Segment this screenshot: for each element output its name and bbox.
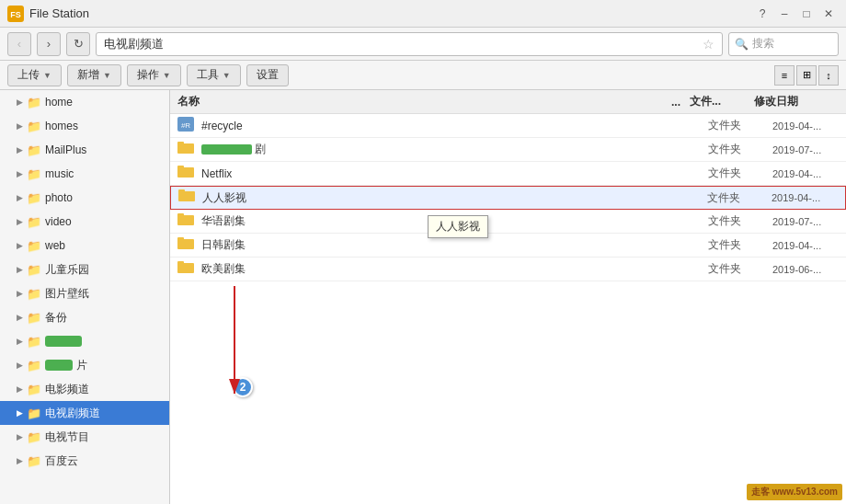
sidebar-item-movie-channel[interactable]: ▶ 📁 电影频道 [0, 377, 169, 401]
sidebar-item-tv-program[interactable]: ▶ 📁 电视节目 [0, 425, 169, 449]
svg-rect-7 [177, 166, 184, 169]
redacted-label [45, 336, 82, 347]
sidebar-item-web[interactable]: ▶ 📁 web [0, 234, 169, 258]
expand-arrow-icon: ▶ [17, 169, 23, 178]
expand-arrow-icon: ▶ [17, 432, 23, 441]
address-text: 电视剧频道 [104, 36, 164, 52]
sidebar-item-label: 百度云 [45, 453, 78, 469]
expand-arrow-icon: ▶ [17, 313, 23, 322]
expand-arrow-icon: ▶ [17, 456, 23, 465]
actionbar: 上传 ▼ 新增 ▼ 操作 ▼ 工具 ▼ 设置 ≡ ⊞ ↕ [0, 61, 846, 90]
svg-text:#R: #R [181, 121, 190, 130]
new-button[interactable]: 新增 ▼ [67, 64, 121, 86]
svg-rect-5 [177, 142, 184, 145]
sidebar-item-label: 备份 [45, 310, 67, 326]
new-label: 新增 [77, 67, 99, 83]
folder-icon [177, 165, 196, 183]
upload-button[interactable]: 上传 ▼ [7, 64, 62, 86]
recycle-icon: #R [177, 117, 196, 135]
sort-button[interactable]: ↕ [818, 65, 839, 86]
refresh-button[interactable]: ↻ [66, 32, 90, 56]
folder-icon: 📁 [27, 143, 41, 157]
list-view-button[interactable]: ≡ [774, 65, 795, 86]
folder-icon: 📁 [27, 454, 41, 468]
maximize-button[interactable]: □ [796, 4, 817, 24]
svg-rect-11 [177, 213, 184, 217]
expand-arrow-icon: ▶ [17, 265, 23, 274]
file-date: 2019-04-... [772, 192, 845, 203]
file-type: 文件夹 [708, 118, 772, 133]
folder-icon [178, 189, 197, 207]
file-name: #recycle [201, 120, 680, 132]
file-row-oumei[interactable]: 欧美剧集 文件夹 2019-06-... [170, 258, 846, 281]
file-row-huayu[interactable]: 华语剧集 文件夹 2019-07-... [170, 210, 846, 234]
sidebar-item-redacted2[interactable]: ▶ 📁 片 [0, 353, 169, 377]
watermark-text: 走客 www.5v13.com [751, 487, 838, 497]
file-row-netflix[interactable]: Netflix 文件夹 2019-04-... [170, 162, 846, 186]
file-row-redacted[interactable]: 剧 文件夹 2019-07-... [170, 138, 846, 162]
titlebar-controls: ? – □ ✕ [752, 4, 839, 24]
file-type: 文件夹 [707, 190, 772, 206]
grid-view-button[interactable]: ⊞ [796, 65, 817, 86]
help-button[interactable]: ? [752, 4, 772, 24]
sidebar-item-baidu[interactable]: ▶ 📁 百度云 [0, 449, 169, 473]
sidebar-item-video[interactable]: ▶ 📁 video [0, 210, 169, 234]
expand-arrow-icon: ▶ [17, 121, 23, 131]
forward-button[interactable]: › [37, 32, 61, 56]
tools-arrow-icon: ▼ [223, 71, 231, 80]
address-bar[interactable]: 电视剧频道 ☆ [96, 32, 723, 56]
sidebar-item-label: home [45, 96, 73, 109]
folder-icon: 📁 [27, 383, 41, 396]
sidebar-item-label: web [45, 239, 65, 252]
folder-icon [177, 260, 196, 279]
file-date: 2019-04-... [772, 168, 846, 179]
close-button[interactable]: ✕ [818, 4, 839, 24]
view-controls: ≡ ⊞ ↕ [774, 65, 839, 86]
search-icon: 🔍 [735, 38, 749, 51]
expand-arrow-icon: ▶ [17, 361, 23, 370]
sidebar-item-backup[interactable]: ▶ 📁 备份 [0, 305, 169, 329]
operations-label: 操作 [137, 67, 159, 83]
file-date: 2019-07-... [772, 216, 846, 227]
sidebar-item-redacted1[interactable]: ▶ 📁 [0, 329, 169, 353]
sidebar-item-label: 电视剧频道 [45, 406, 100, 421]
sidebar-item-home[interactable]: ▶ 📁 home [0, 90, 169, 114]
sidebar-item-label: 儿童乐园 [45, 262, 89, 278]
sidebar-item-kids[interactable]: ▶ 📁 儿童乐园 [0, 258, 169, 281]
sidebar-item-label: homes [45, 120, 78, 132]
file-date: 2019-06-... [772, 264, 846, 275]
sidebar-item-homes[interactable]: ▶ 📁 homes [0, 114, 169, 138]
tools-button[interactable]: 工具 ▼ [187, 64, 241, 86]
file-name: Netflix [201, 167, 680, 180]
file-type: 文件夹 [708, 213, 772, 229]
sidebar-item-music[interactable]: ▶ 📁 music [0, 162, 169, 186]
folder-icon [177, 141, 196, 159]
sidebar-item-wallpaper[interactable]: ▶ 📁 图片壁纸 [0, 281, 169, 305]
settings-button[interactable]: 设置 [246, 64, 289, 86]
favorite-star-icon[interactable]: ☆ [703, 37, 715, 52]
app-icon: FS [7, 6, 24, 22]
folder-icon: 📁 [27, 167, 41, 181]
file-name: 日韩剧集 [201, 237, 680, 253]
file-date: 2019-04-... [772, 240, 846, 251]
sidebar-item-photo[interactable]: ▶ 📁 photo [0, 186, 169, 210]
file-date: 2019-04-... [772, 120, 846, 132]
search-box[interactable]: 🔍 搜索 [728, 32, 839, 56]
upload-label: 上传 [17, 67, 40, 83]
expand-arrow-icon: ▶ [17, 97, 23, 107]
col-date-header: 修改日期 [754, 94, 828, 109]
sidebar-item-tv-series[interactable]: ▶ 📁 电视剧频道 [0, 401, 169, 425]
operations-button[interactable]: 操作 ▼ [127, 64, 181, 86]
upload-arrow-icon: ▼ [43, 71, 51, 80]
svg-rect-15 [177, 261, 184, 265]
file-row-renren[interactable]: 人人影视 文件夹 2019-04-... [170, 186, 846, 210]
file-row-rihan[interactable]: 日韩剧集 文件夹 2019-04-... [170, 234, 846, 258]
folder-icon: 📁 [27, 96, 41, 109]
sidebar-item-mailplus[interactable]: ▶ 📁 MailPlus [0, 138, 169, 162]
folder-icon: 📁 [27, 191, 41, 205]
toolbar: ‹ › ↻ 电视剧频道 ☆ 🔍 搜索 [0, 28, 846, 61]
back-button[interactable]: ‹ [7, 32, 31, 56]
expand-arrow-icon: ▶ [17, 384, 23, 394]
minimize-button[interactable]: – [774, 4, 795, 24]
file-row-recycle[interactable]: #R #recycle 文件夹 2019-04-... [170, 114, 846, 138]
